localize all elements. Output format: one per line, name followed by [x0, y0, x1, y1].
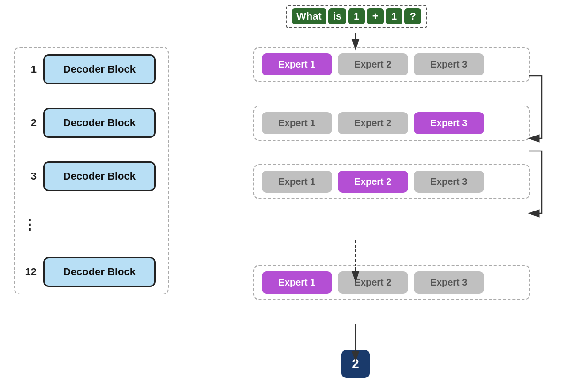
query-container: Whatis1+1? [286, 5, 427, 28]
output-value: 2 [352, 356, 359, 371]
expert-inactive: Expert 3 [414, 171, 484, 193]
expert-group: Expert 1Expert 2Expert 3 [253, 265, 530, 300]
expert-group: Expert 1Expert 2Expert 3 [253, 164, 530, 199]
diagram: Whatis1+1? 1Decoder Block2Decoder Block3… [0, 0, 561, 392]
expert-active: Expert 2 [338, 171, 408, 193]
decoder-row: 3Decoder Block [23, 161, 160, 191]
expert-inactive: Expert 3 [414, 271, 484, 294]
expert-active: Expert 1 [262, 271, 332, 294]
query-token: 1 [348, 8, 365, 24]
decoder-block: Decoder Block [43, 108, 156, 138]
row-label: 12 [23, 266, 37, 278]
dots-row: ⋮ [23, 215, 160, 234]
expert-inactive: Expert 3 [414, 53, 484, 75]
decoder-block: Decoder Block [43, 257, 156, 287]
expert-active: Expert 1 [262, 53, 332, 75]
dots-label: ⋮ [23, 216, 37, 233]
expert-dots-spacer [253, 223, 530, 241]
query-token: is [328, 8, 346, 24]
row-label: 2 [23, 117, 37, 129]
expert-group: Expert 1Expert 2Expert 3 [253, 47, 530, 82]
experts-container: Expert 1Expert 2Expert 3Expert 1Expert 2… [253, 47, 530, 324]
expert-inactive: Expert 2 [338, 53, 408, 75]
query-token: 1 [386, 8, 402, 24]
decoder-block: Decoder Block [43, 54, 156, 84]
output-box: 2 [341, 350, 370, 378]
row-label: 1 [23, 63, 37, 75]
expert-group: Expert 1Expert 2Expert 3 [253, 106, 530, 141]
query-token: What [292, 8, 326, 24]
decoder-block: Decoder Block [43, 161, 156, 191]
expert-inactive: Expert 1 [262, 171, 332, 193]
row-label: 3 [23, 170, 37, 182]
decoders-container: 1Decoder Block2Decoder Block3Decoder Blo… [14, 47, 169, 294]
decoder-row: 1Decoder Block [23, 54, 160, 84]
query-token: ? [404, 8, 421, 24]
query-token: + [367, 8, 384, 24]
expert-inactive: Expert 2 [338, 271, 408, 294]
decoder-row: 2Decoder Block [23, 108, 160, 138]
expert-inactive: Expert 1 [262, 112, 332, 134]
expert-active: Expert 3 [414, 112, 484, 134]
expert-inactive: Expert 2 [338, 112, 408, 134]
decoder-row: 12Decoder Block [23, 257, 160, 287]
